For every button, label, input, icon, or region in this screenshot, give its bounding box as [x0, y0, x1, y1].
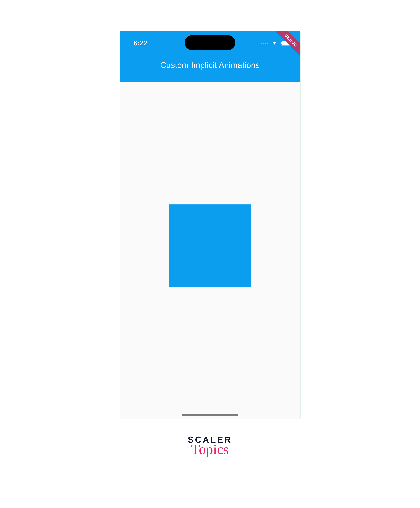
top-bar: 6:22: [120, 31, 300, 82]
home-indicator[interactable]: [181, 414, 239, 416]
status-time: 6:22: [134, 39, 147, 47]
status-bar: 6:22: [120, 31, 300, 51]
brand-logo: SCALER Topics: [188, 435, 232, 456]
wifi-icon: [271, 41, 278, 45]
animated-box[interactable]: [169, 204, 251, 287]
cellular-signal-icon: [261, 43, 268, 44]
dynamic-island: [185, 35, 235, 50]
app-bar-title: Custom Implicit Animations: [120, 60, 300, 70]
scaffold-body: [120, 82, 300, 419]
device-frame: 6:22: [120, 31, 301, 419]
brand-line2: Topics: [188, 443, 232, 456]
